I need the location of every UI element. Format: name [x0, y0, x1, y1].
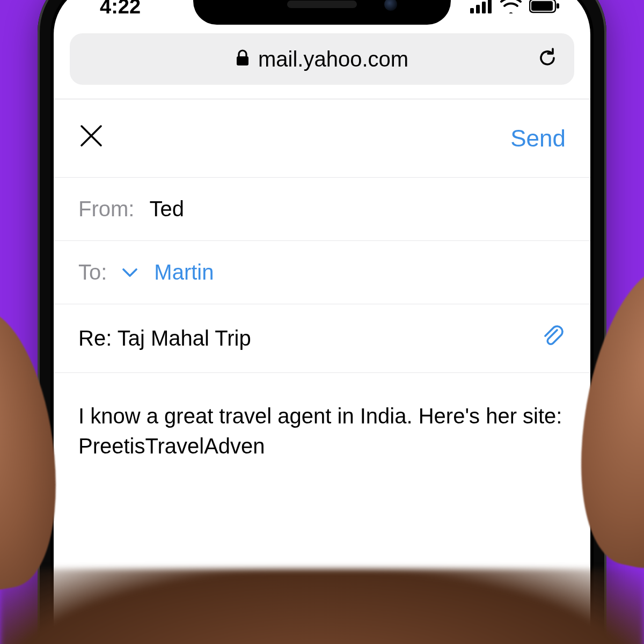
close-icon[interactable]: [78, 121, 104, 156]
cellular-icon: [470, 0, 493, 18]
subject-row[interactable]: Re: Taj Mahal Trip: [54, 304, 590, 373]
hand-bottom: [0, 569, 644, 644]
svg-rect-1: [476, 5, 480, 13]
battery-icon: [529, 0, 560, 18]
send-button[interactable]: Send: [510, 125, 566, 152]
compose-body-input[interactable]: I know a great travel agent in India. He…: [54, 373, 590, 566]
svg-rect-2: [482, 2, 486, 13]
reload-icon[interactable]: [537, 46, 558, 72]
compose-body-text: I know a great travel agent in India. He…: [78, 404, 562, 458]
svg-rect-7: [237, 56, 248, 65]
lock-icon: [236, 47, 250, 71]
wifi-icon: [500, 0, 522, 18]
browser-domain: mail.yahoo.com: [258, 47, 408, 71]
svg-rect-3: [488, 0, 492, 13]
phone-inner-frame: 4:22: [50, 0, 594, 644]
to-value[interactable]: Martin: [154, 260, 214, 284]
to-label: To:: [78, 260, 107, 284]
notch: [193, 0, 451, 25]
svg-rect-0: [470, 8, 474, 13]
front-camera: [384, 0, 397, 11]
to-row[interactable]: To: Martin: [54, 240, 590, 304]
from-value: Ted: [149, 197, 184, 221]
chevron-down-icon[interactable]: [122, 267, 138, 279]
status-right: [470, 0, 560, 18]
from-row[interactable]: From: Ted: [54, 177, 590, 240]
attachment-icon[interactable]: [541, 324, 566, 353]
svg-rect-6: [557, 3, 559, 9]
browser-address-bar[interactable]: mail.yahoo.com: [70, 33, 574, 85]
phone-screen: 4:22: [54, 0, 590, 644]
speaker-grille: [287, 1, 357, 8]
compose-header: Send: [54, 99, 590, 177]
phone-frame: 4:22: [38, 0, 606, 644]
status-time: 4:22: [84, 0, 141, 18]
subject-value: Re: Taj Mahal Trip: [78, 326, 251, 350]
from-label: From:: [78, 197, 134, 221]
svg-rect-5: [531, 1, 553, 11]
